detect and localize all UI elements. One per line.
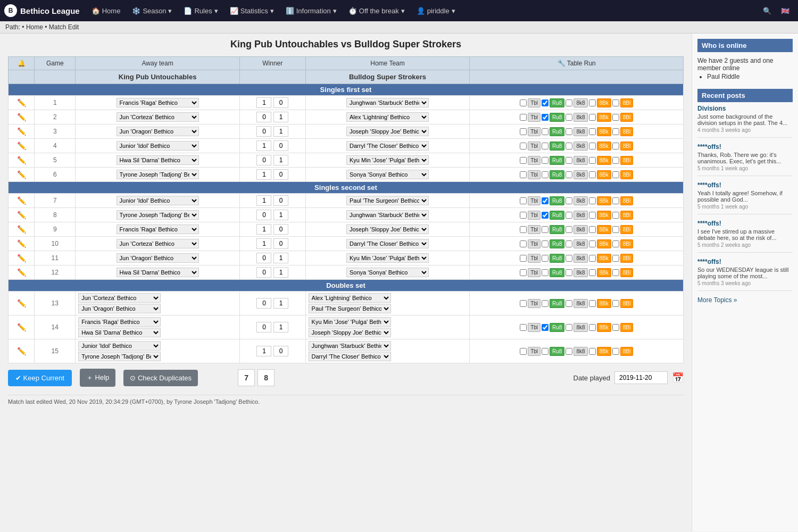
flag-icon[interactable]: 🇬🇧 [777, 0, 794, 21]
nav-information[interactable]: ℹ️ Information ▾ [280, 0, 342, 21]
away-player-select[interactable]: Hwa Sil 'Darna' Bethico [117, 268, 199, 277]
away-player-select[interactable]: Francis 'Raga' Bethico [117, 225, 199, 234]
home-player1-select[interactable]: Kyu Min 'Jose' 'Pulga' Bethico [309, 317, 391, 327]
score-home-input[interactable] [273, 224, 288, 235]
score-home-input[interactable] [273, 112, 288, 122]
away-player-select[interactable]: Jun 'Corteza' Bethico [117, 112, 199, 122]
post-title[interactable]: ****offs! [697, 181, 793, 189]
home-player-select[interactable]: Kyu Min 'Jose' 'Pulga' Bethico [346, 253, 429, 263]
away-player-select[interactable]: Tyrone Joseph 'Tadjong' Bethi [117, 170, 199, 179]
score-home-input[interactable] [273, 298, 288, 309]
score-away-input[interactable] [256, 169, 271, 180]
edit-icon[interactable]: ✏️ [9, 208, 35, 222]
home-player-select[interactable]: Joseph 'Sloppy Joe' Bethico [346, 127, 429, 136]
home-player-select[interactable]: Sonya 'Sonya' Bethico [346, 268, 429, 277]
score-away-input[interactable] [256, 97, 271, 108]
home-player-select[interactable]: Alex 'Lightning' Bethico [346, 112, 429, 122]
home-player-select[interactable]: Darryl 'The Closer' Bethico [346, 239, 429, 248]
score-away-input[interactable] [256, 126, 271, 137]
home-player-select[interactable]: Paul 'The Surgeon' Bethico [346, 196, 429, 205]
score-away-input[interactable] [256, 322, 271, 332]
edit-icon[interactable]: ✏️ [9, 292, 35, 315]
score-away-input[interactable] [256, 238, 271, 249]
score-away-input[interactable] [256, 346, 271, 356]
away-player-select[interactable]: Jun 'Oragon' Bethico [117, 253, 199, 263]
away-player-select[interactable]: Francis 'Raga' Bethico [117, 98, 199, 107]
home-player2-select[interactable]: Paul 'The Surgeon' Bethico [309, 304, 391, 313]
score-away-input[interactable] [256, 267, 271, 278]
edit-icon[interactable]: ✏️ [9, 265, 35, 280]
score-away-input[interactable] [256, 210, 271, 220]
score-away-input[interactable] [256, 155, 271, 165]
score-home-input[interactable] [273, 210, 288, 220]
nav-season[interactable]: ❄️ Season ▾ [127, 0, 177, 21]
edit-icon[interactable]: ✏️ [9, 237, 35, 251]
calendar-icon[interactable]: 📅 [672, 372, 684, 384]
edit-icon[interactable]: ✏️ [9, 222, 35, 237]
away-player-select[interactable]: Junior 'Idol' Bethico [117, 141, 199, 151]
away-player1-select[interactable]: Jun 'Corteza' Bethico [78, 293, 161, 303]
home-player2-select[interactable]: Joseph 'Sloppy Joe' Bethico [309, 328, 391, 337]
score-home-input[interactable] [273, 126, 288, 137]
edit-icon[interactable]: ✏️ [9, 124, 35, 139]
edit-icon[interactable]: ✏️ [9, 96, 35, 110]
away-player1-select[interactable]: Francis 'Raga' Bethico [78, 317, 161, 327]
home-player1-select[interactable]: Junghwan 'Starbuck' Bethico [309, 341, 391, 351]
nav-off-the-break[interactable]: ⏱️ Off the break ▾ [343, 0, 410, 21]
home-player1-select[interactable]: Alex 'Lightning' Bethico [309, 293, 391, 303]
brand[interactable]: B Bethico League [4, 4, 80, 17]
away-player1-select[interactable]: Junior 'Idol' Bethico [78, 341, 161, 351]
score-away-input[interactable] [256, 112, 271, 122]
score-home-input[interactable] [273, 346, 288, 356]
score-home-input[interactable] [273, 322, 288, 332]
score-home-input[interactable] [273, 267, 288, 278]
edit-icon[interactable]: ✏️ [9, 194, 35, 208]
more-topics-link[interactable]: More Topics » [697, 296, 793, 304]
score-away-input[interactable] [256, 224, 271, 235]
nav-statistics[interactable]: 📈 Statistics ▾ [225, 0, 279, 21]
away-player-select[interactable]: Junior 'Idol' Bethico [117, 196, 199, 205]
help-button[interactable]: ＋ Help [80, 369, 115, 387]
edit-icon[interactable]: ✏️ [9, 139, 35, 153]
home-player-select[interactable]: Junghwan 'Starbuck' Bethico [346, 98, 429, 107]
score-home-input[interactable] [273, 155, 288, 165]
away-player-select[interactable]: Jun 'Corteza' Bethico [117, 239, 199, 248]
score-home-input[interactable] [273, 238, 288, 249]
away-player-select[interactable]: Tyrone Joseph 'Tadjong' Bethi [117, 210, 199, 220]
nav-home[interactable]: 🏠 Home [86, 0, 126, 21]
home-player-select[interactable]: Junghwan 'Starbuck' Bethico [346, 210, 429, 220]
score-home-input[interactable] [273, 195, 288, 206]
away-player2-select[interactable]: Hwa Sil 'Darna' Bethico [78, 328, 161, 337]
away-player-select[interactable]: Hwa Sil 'Darna' Bethico [117, 155, 199, 165]
edit-icon[interactable]: ✏️ [9, 339, 35, 363]
keep-current-button[interactable]: ✔ Keep Current [8, 370, 72, 386]
score-home-input[interactable] [273, 140, 288, 151]
home-player-select[interactable]: Kyu Min 'Jose' 'Pulga' Bethico [346, 155, 429, 165]
nav-rules[interactable]: 📄 Rules ▾ [178, 0, 223, 21]
home-player-select[interactable]: Joseph 'Sloppy Joe' Bethico [346, 225, 429, 234]
post-title[interactable]: ****offs! [697, 220, 793, 227]
home-player2-select[interactable]: Darryl 'The Closer' Bethico [309, 352, 391, 361]
away-player2-select[interactable]: Jun 'Oragon' Bethico [78, 304, 161, 313]
away-player2-select[interactable]: Tyrone Joseph 'Tadjong' Bethi [78, 352, 161, 361]
search-button[interactable]: 🔍 [759, 0, 776, 21]
score-home-input[interactable] [273, 97, 288, 108]
score-home-input[interactable] [273, 253, 288, 263]
date-input[interactable] [614, 371, 668, 384]
edit-icon[interactable]: ✏️ [9, 168, 35, 182]
edit-icon[interactable]: ✏️ [9, 110, 35, 124]
edit-icon[interactable]: ✏️ [9, 315, 35, 339]
post-title[interactable]: ****offs! [697, 143, 793, 151]
nav-user[interactable]: 👤 piriddle ▾ [411, 0, 461, 21]
score-away-input[interactable] [256, 140, 271, 151]
score-home-input[interactable] [273, 169, 288, 180]
edit-icon[interactable]: ✏️ [9, 251, 35, 265]
check-duplicates-button[interactable]: ⊙ Check Duplicates [123, 370, 198, 386]
home-player-select[interactable]: Darryl 'The Closer' Bethico [346, 141, 429, 151]
score-away-input[interactable] [256, 195, 271, 206]
post-title[interactable]: ****offs! [697, 258, 793, 265]
score-away-input[interactable] [256, 298, 271, 309]
edit-icon[interactable]: ✏️ [9, 153, 35, 168]
home-player-select[interactable]: Sonya 'Sonya' Bethico [346, 170, 429, 179]
away-player-select[interactable]: Jun 'Oragon' Bethico [117, 127, 199, 136]
